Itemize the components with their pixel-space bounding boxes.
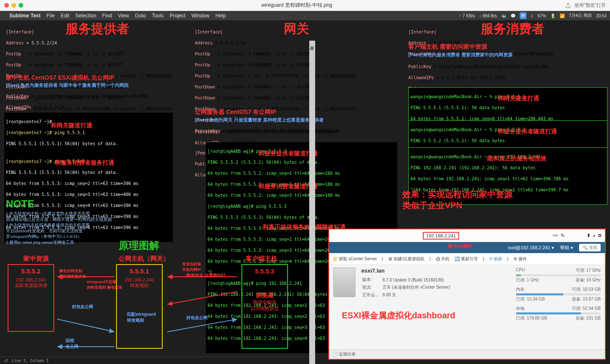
bluetooth-icon[interactable]: ᛒ bbox=[531, 14, 533, 18]
esxi-help[interactable]: 帮助 ▾ bbox=[560, 245, 573, 251]
share-icon[interactable] bbox=[565, 3, 571, 8]
menu-file[interactable]: File bbox=[47, 13, 55, 19]
esxi-body: esxi7.lan 版本:6.7.0 Update 3 (Build 15160… bbox=[329, 265, 605, 327]
esxi-dashboard: 192.168.2.241 👓 ↻ ⬆ + ⧉ 家中内网IP root@192.… bbox=[328, 229, 606, 360]
tb-reboot[interactable]: 🔄 重新引导 bbox=[455, 256, 478, 262]
anno-gw-label: 公网主机（网关） bbox=[119, 255, 169, 263]
wifi-icon[interactable]: 📶 bbox=[560, 14, 565, 18]
diagram-home-box: 5.5.5.2 192.168.2.241 实际资源提供者 bbox=[8, 264, 54, 332]
fullscreen-window-icon[interactable] bbox=[19, 3, 23, 8]
esxi-user[interactable]: root@192.168.2.241 ▾ bbox=[508, 245, 555, 251]
titlebar-right: 使用"预览"打开 bbox=[565, 2, 606, 8]
server-icon bbox=[333, 267, 355, 297]
menu-project[interactable]: Project bbox=[169, 13, 185, 19]
arr-label-1: 解包后转发到 实际服务提供者 bbox=[59, 268, 86, 279]
tb-create[interactable]: 🖥 创建/注册虚拟机 bbox=[388, 256, 424, 262]
message-icon[interactable]: 💬 bbox=[510, 14, 516, 18]
status-col: Line 1, Column 1 bbox=[12, 358, 49, 363]
net-down: ↓ 894 B/s bbox=[479, 14, 497, 18]
reload-icon[interactable]: ↻ bbox=[561, 233, 565, 238]
menu-tools[interactable]: Tools bbox=[152, 13, 164, 19]
diagram-client-box: 5.5.5.3 浏览器 数据包解包 以内网数据包 bbox=[241, 264, 288, 349]
menu-window[interactable]: Window bbox=[191, 13, 210, 19]
battery-icon[interactable]: 🔋 bbox=[550, 14, 555, 18]
menu-help[interactable]: Help bbox=[215, 13, 226, 19]
window-title: wireguard 里程碑时刻-中转.png bbox=[28, 2, 565, 9]
tabs-icon[interactable]: ⧉ bbox=[598, 233, 602, 238]
menu-find[interactable]: Find bbox=[102, 13, 112, 19]
minimize-window-icon[interactable] bbox=[11, 3, 16, 8]
share-icon[interactable]: ⬆ bbox=[587, 233, 591, 238]
branch-icon[interactable]: ⎇ bbox=[3, 358, 8, 363]
arr-label-7: 封包走公网 bbox=[186, 315, 208, 321]
tb-vcenter[interactable]: 📀 获取 vCenter Server bbox=[333, 256, 377, 262]
menu-view[interactable]: View bbox=[118, 13, 129, 19]
net-up: ↑ 7 KB/s bbox=[459, 14, 475, 18]
menu-goto[interactable]: Goto bbox=[135, 13, 146, 19]
arr-label-5: 发送包封装 本机内网IP bbox=[182, 262, 201, 273]
notes-text: 1.作为转发的主机一定要注意防火墙是否关闭 或者相应端口是否开放，网络不通第一时… bbox=[6, 211, 141, 245]
ime-indicator[interactable]: 拼 bbox=[520, 12, 527, 19]
esxi-navigator-handle[interactable]: 导航器 bbox=[309, 41, 315, 364]
esxi-url[interactable]: 192.168.2.241 bbox=[423, 232, 459, 240]
tb-actions[interactable]: ⚙ 操作 bbox=[513, 256, 527, 262]
reader-icon[interactable]: 👓 bbox=[552, 233, 558, 238]
docker-icon[interactable]: 🐳 bbox=[501, 14, 506, 18]
svg-line-3 bbox=[57, 319, 114, 332]
traffic-lights bbox=[4, 3, 23, 8]
mac-menubar: Sublime Text File Edit Selection Find Vi… bbox=[0, 11, 610, 20]
close-window-icon[interactable] bbox=[4, 3, 9, 8]
esxi-stats: CPU可用: 17 GHz 已用: 1 GHz容量: 18 GHz 内存可用: … bbox=[516, 267, 601, 325]
diagram-gw-box: 5.5.5.1 192.168.2.241 转发规则 bbox=[116, 264, 163, 349]
esxi-tasks[interactable]: 🕐 近期任务 bbox=[329, 350, 605, 359]
esxi-browser-bar: 192.168.2.241 👓 ↻ ⬆ + ⧉ bbox=[329, 229, 605, 242]
esxi-hostname: esxi7.lan bbox=[361, 267, 510, 274]
arr-label-3: 封包走公网 bbox=[72, 304, 93, 310]
battery-pct: 67% bbox=[538, 14, 546, 18]
menu-app[interactable]: Sublime Text bbox=[9, 13, 41, 19]
time: 20:53 bbox=[596, 14, 607, 18]
window-titlebar: wireguard 里程碑时刻-中转.png 使用"预览"打开 bbox=[0, 0, 610, 11]
editor-statusbar: ⎇ Line 1, Column 1 bbox=[0, 356, 309, 364]
open-preview-hint[interactable]: 使用"预览"打开 bbox=[574, 2, 606, 8]
tb-shutdown[interactable]: ⏻ 关机 bbox=[436, 256, 450, 262]
anno-home-label: 家中资源 bbox=[23, 255, 49, 263]
newtab-icon[interactable]: + bbox=[593, 233, 596, 238]
date: 7月4日 周四 bbox=[569, 13, 592, 19]
menu-edit[interactable]: Edit bbox=[61, 13, 69, 19]
menu-selection[interactable]: Selection bbox=[75, 13, 96, 19]
term-consumer-ping3: wangxin@wangxindeMacBook-Air ~ % ping 19… bbox=[408, 147, 607, 205]
esxi-toolbar: 📀 获取 vCenter Server| 🖥 创建/注册虚拟机| ⏻ 关机 🔄 … bbox=[329, 253, 605, 265]
editor-content: 服务提供者 网关 服务消费者 [Interface] Address = 5.5… bbox=[0, 20, 610, 364]
arr-label-8: 回程 走公网 bbox=[66, 338, 78, 350]
esxi-header: root@192.168.2.241 ▾ 帮助 ▾ 🔍 搜索 bbox=[329, 242, 605, 253]
tb-refresh[interactable]: ⟳ 刷新 bbox=[489, 256, 502, 262]
esxi-search[interactable]: 🔍 搜索 bbox=[579, 244, 601, 251]
